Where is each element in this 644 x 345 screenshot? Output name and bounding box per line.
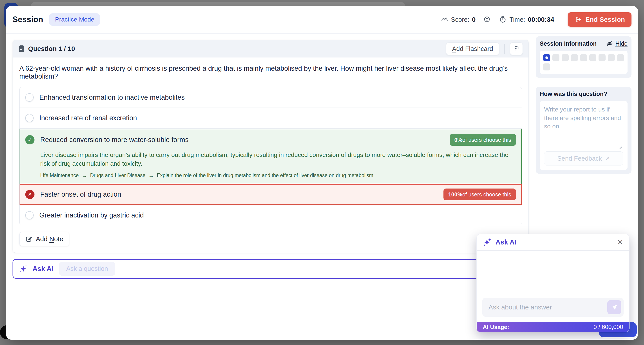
option-row-correct[interactable]: ✓ Reduced conversion to more water-solub… — [20, 128, 522, 184]
ask-ai-input-row: Ask about the answer — [482, 298, 624, 317]
score-visibility-icon[interactable] — [483, 15, 491, 24]
ask-ai-popup: Ask AI ✕ Ask about the answer AI Usage: … — [476, 234, 630, 332]
question-square[interactable] — [552, 54, 560, 61]
question-square[interactable] — [571, 54, 578, 61]
option-label: Reduced conversion to more water-soluble… — [40, 136, 188, 144]
ai-usage-bar: AI Usage: 0 / 600,000 — [477, 322, 629, 332]
flag-question-button[interactable] — [510, 42, 523, 55]
question-square-current[interactable] — [543, 54, 550, 61]
ask-ai-sparkle-icon — [19, 264, 28, 274]
flag-icon — [513, 45, 520, 52]
radio-unselected-icon[interactable] — [25, 114, 34, 122]
breadcrumb-arrow-icon: → — [82, 172, 87, 179]
toolbar-divider — [504, 44, 505, 54]
timer-icon — [499, 15, 507, 24]
ask-ai-answer-input[interactable]: Ask about the answer — [488, 304, 552, 311]
add-note-button[interactable]: Add Note — [19, 232, 69, 246]
add-flashcard-button[interactable]: Add Flashcard — [446, 42, 499, 55]
option-label: Enhanced transformation to inactive meta… — [39, 93, 185, 101]
session-header: Session Practice Mode Score: 0 — [6, 6, 638, 33]
feedback-title: How was this question? — [540, 91, 607, 97]
topic-breadcrumb: Life Maintenance → Drugs and Liver Disea… — [40, 172, 516, 179]
hide-eye-off-icon — [606, 40, 613, 47]
option-label: Increased rate of renal excretion — [39, 114, 137, 122]
question-grid — [543, 54, 624, 70]
question-square[interactable] — [562, 54, 569, 61]
question-card: Question 1 / 10 Add Flashcard — [12, 40, 529, 253]
option-row-incorrect[interactable]: ✕ Faster onset of drug action 100% of us… — [20, 184, 522, 205]
x-icon: ✕ — [25, 190, 34, 199]
option-row[interactable]: Enhanced transformation to inactive meta… — [20, 87, 522, 107]
time-label: Time: — [509, 16, 525, 23]
question-feedback-panel: How was this question? Write your report… — [536, 87, 632, 174]
question-square[interactable] — [598, 54, 606, 61]
ai-usage-value: 0 / 600,000 — [594, 324, 623, 331]
session-modal: Session Practice Mode Score: 0 — [6, 6, 638, 340]
page-title: Session — [12, 15, 43, 24]
feedback-card: Write your report to us if there are spe… — [540, 101, 628, 170]
option-label: Greater inactivation by gastric acid — [39, 211, 144, 219]
ask-ai-sparkle-icon — [483, 238, 492, 247]
send-feedback-button[interactable]: Send Feedback ↗ — [544, 151, 623, 165]
session-information-title: Session Information — [540, 40, 597, 47]
arrow-up-right-icon: ↗ — [604, 155, 610, 162]
score-label: Score: — [451, 16, 470, 23]
option-row[interactable]: Increased rate of renal excretion — [20, 107, 522, 128]
score-value: 0 — [472, 16, 476, 23]
question-square[interactable] — [580, 54, 587, 61]
hide-session-info-button[interactable]: Hide — [606, 40, 628, 47]
session-information-panel: Session Information Hide — [536, 36, 632, 78]
ask-ai-bar-label: Ask AI — [32, 265, 53, 273]
end-session-label: End Session — [585, 16, 625, 23]
question-text: A 62-year-old woman with a history of ci… — [19, 64, 522, 80]
ask-ai-popup-header: Ask AI ✕ — [477, 234, 629, 251]
feedback-textarea[interactable]: Write your report to us if there are spe… — [544, 105, 623, 138]
breadcrumb-item: Explain the role of the liver in drug me… — [157, 172, 373, 178]
send-button[interactable] — [607, 300, 622, 314]
send-icon — [610, 304, 618, 311]
question-grid-card — [540, 51, 628, 74]
check-icon: ✓ — [25, 135, 34, 144]
breadcrumb-item: Life Maintenance — [40, 172, 79, 178]
question-square[interactable] — [608, 54, 615, 61]
question-counter: Question 1 / 10 — [28, 45, 75, 52]
ask-ai-popup-title: Ask AI — [496, 238, 516, 246]
option-label: Faster onset of drug action — [40, 191, 121, 198]
question-square[interactable] — [617, 54, 624, 61]
question-square[interactable] — [589, 54, 596, 61]
question-card-header: Question 1 / 10 Add Flashcard — [13, 40, 528, 57]
end-session-button[interactable]: End Session — [568, 12, 632, 27]
answer-explanation: Liver disease impairs the organ’s abilit… — [40, 151, 516, 168]
practice-mode-badge: Practice Mode — [49, 13, 100, 26]
add-note-icon — [25, 236, 32, 243]
radio-unselected-icon[interactable] — [25, 211, 34, 219]
question-square[interactable] — [543, 63, 550, 70]
ask-ai-bar[interactable]: Ask AI Ask a question — [12, 259, 529, 279]
resize-handle-icon[interactable] — [618, 144, 623, 149]
ask-ai-question-input[interactable]: Ask a question — [59, 262, 115, 276]
option-row[interactable]: Greater inactivation by gastric acid — [20, 205, 522, 225]
header-divider — [561, 13, 561, 26]
radio-unselected-icon[interactable] — [25, 93, 34, 102]
close-icon[interactable]: ✕ — [617, 239, 623, 246]
options-list: Enhanced transformation to inactive meta… — [19, 87, 522, 225]
correct-answer-stats-badge: 0% of users choose this — [450, 134, 516, 146]
incorrect-answer-stats-badge: 100% of users choose this — [444, 189, 516, 200]
ask-ai-chat-area — [477, 251, 629, 298]
time-value: 00:00:34 — [528, 16, 554, 23]
score-gauge-icon — [440, 15, 449, 24]
ai-usage-label: AI Usage: — [483, 324, 509, 331]
breadcrumb-item: Drugs and Liver Disease — [90, 172, 146, 178]
end-session-icon — [574, 16, 582, 23]
breadcrumb-arrow-icon: → — [148, 172, 154, 179]
question-doc-icon — [18, 45, 24, 52]
